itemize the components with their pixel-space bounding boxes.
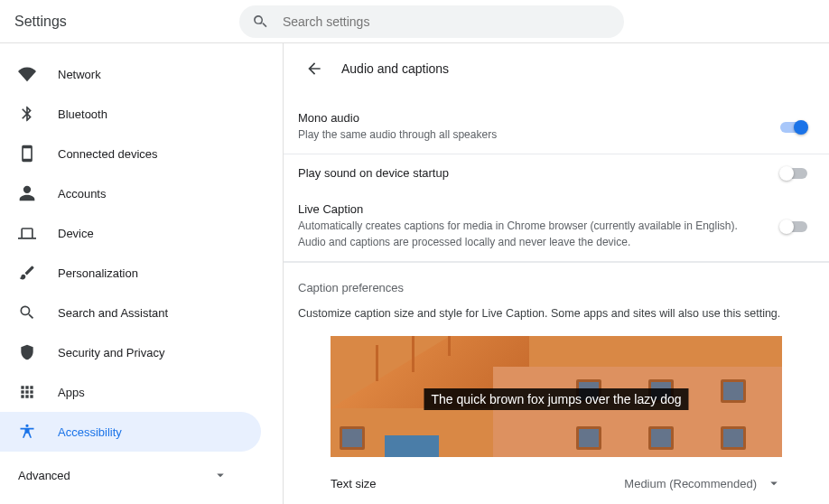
sidebar-item-bluetooth[interactable]: Bluetooth [0,94,261,134]
sidebar-item-label: Personalization [58,266,138,280]
sidebar-item-apps[interactable]: Apps [0,372,261,412]
sidebar-about[interactable]: About ChromeOS [0,495,283,504]
sidebar-item-accessibility[interactable]: Accessibility [0,412,261,452]
caption-preview-text: The quick brown fox jumps over the lazy … [424,388,688,410]
sidebar-item-device[interactable]: Device [0,213,261,253]
text-size-dropdown[interactable]: Medium (Recommended) [624,475,782,491]
row-mono-audio: Mono audio Play the same audio through a… [284,99,829,154]
text-size-value: Medium (Recommended) [624,477,757,490]
app-header: Settings [0,0,829,43]
sidebar: Network Bluetooth Connected devices Acco… [0,43,284,504]
caption-prefs-heading: Caption preferences [298,281,815,294]
sidebar-item-network[interactable]: Network [0,54,261,94]
sidebar-item-personalization[interactable]: Personalization [0,253,261,293]
livecap-toggle[interactable] [780,220,807,233]
sidebar-advanced[interactable]: Advanced [0,455,283,495]
row-text-size: Text size Medium (Recommended) [298,457,815,491]
sidebar-item-connected-devices[interactable]: Connected devices [0,134,261,173]
livecap-desc: Automatically creates captions for media… [298,218,762,250]
row-startup-sound: Play sound on device startup [284,154,829,191]
laptop-icon [18,224,36,242]
dropdown-arrow-icon [766,475,782,491]
sidebar-item-label: Accessibility [58,425,122,439]
sidebar-item-label: Bluetooth [58,107,107,121]
back-icon[interactable] [305,60,323,78]
mono-label: Mono audio [298,111,762,125]
app-title: Settings [14,14,67,30]
chevron-down-icon [212,467,228,483]
sidebar-item-security-privacy[interactable]: Security and Privacy [0,332,261,372]
text-size-label: Text size [331,477,377,490]
person-icon [18,184,36,202]
search-icon [252,14,268,30]
livecap-label: Live Caption [298,202,762,216]
search-assistant-icon [18,303,36,322]
sidebar-item-label: Connected devices [58,147,158,161]
sidebar-item-accounts[interactable]: Accounts [0,173,261,213]
bluetooth-icon [18,105,36,123]
accessibility-icon [18,423,36,441]
sidebar-item-label: Network [58,68,101,81]
row-live-caption: Live Caption Automatically creates capti… [284,191,829,262]
startup-toggle[interactable] [780,167,807,180]
sidebar-item-label: Security and Privacy [58,346,165,359]
sidebar-item-label: Accounts [58,187,106,201]
search-box[interactable] [239,5,624,38]
page-title: Audio and captions [341,61,449,76]
devices-icon [18,145,36,163]
shield-icon [18,343,36,361]
sidebar-item-search-assistant[interactable]: Search and Assistant [0,293,261,332]
sidebar-item-label: Search and Assistant [58,306,168,320]
apps-icon [18,383,36,401]
brush-icon [18,264,36,282]
wifi-icon [18,65,36,83]
mono-desc: Play the same audio through all speakers [298,126,762,143]
caption-prefs-desc: Customize caption size and style for Liv… [298,307,815,320]
caption-preview-image: The quick brown fox jumps over the lazy … [331,336,782,457]
mono-toggle[interactable] [780,121,807,134]
sidebar-item-label: Apps [58,386,85,399]
sidebar-advanced-label: Advanced [18,469,70,482]
main-panel: Audio and captions Mono audio Play the s… [284,43,829,504]
sidebar-item-label: Device [58,227,94,240]
startup-label: Play sound on device startup [298,166,762,180]
search-input[interactable] [283,14,611,29]
